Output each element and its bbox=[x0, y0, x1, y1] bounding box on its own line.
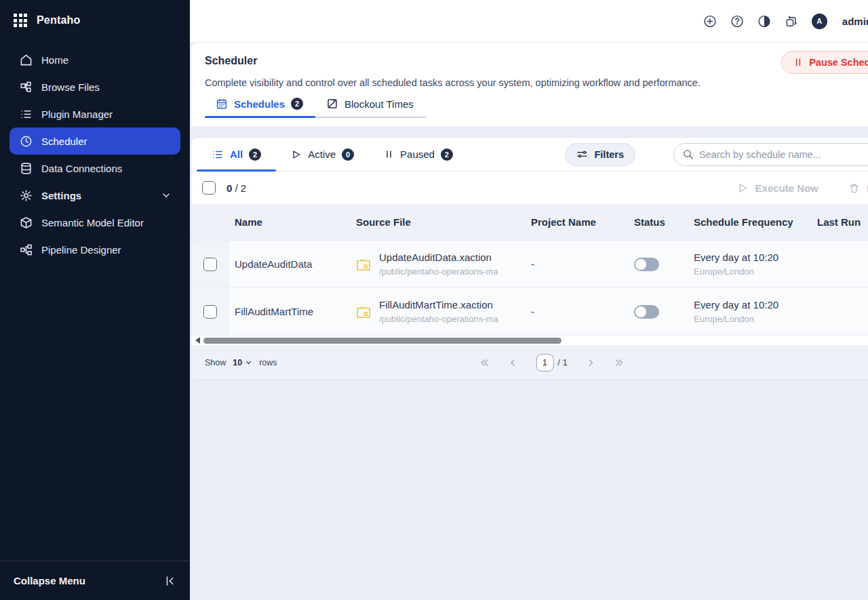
pagination-bar: Show 10 rows 1 / 1 bbox=[191, 345, 868, 380]
plugin-manager-icon bbox=[19, 107, 33, 121]
app-logo-text: Pentaho bbox=[37, 14, 81, 26]
sidebar-item-label: Plugin Manager bbox=[41, 108, 113, 120]
apps-grid-icon[interactable] bbox=[14, 14, 27, 27]
tab-blockout-times[interactable]: Blockout Times bbox=[315, 98, 426, 118]
selection-count: 0 / 2 bbox=[226, 182, 246, 194]
table-row: FillAuditMartTime FillAuditMartTime.xact… bbox=[191, 287, 868, 335]
sidebar-item-label: Semantic Model Editor bbox=[41, 217, 144, 228]
status-toggle[interactable] bbox=[634, 305, 659, 319]
play-icon bbox=[737, 182, 749, 194]
username: admin bbox=[842, 16, 868, 27]
pause-icon bbox=[384, 149, 394, 159]
filters-button[interactable]: Filters bbox=[565, 143, 635, 166]
sidebar-item-scheduler[interactable]: Scheduler bbox=[9, 127, 180, 155]
table-row: UpdateAuditData UpdateAuditData.xaction … bbox=[191, 240, 868, 287]
sidebar-item-settings[interactable]: Settings bbox=[9, 182, 180, 209]
prev-page-button[interactable] bbox=[507, 357, 518, 368]
topbar: A admin bbox=[190, 0, 868, 42]
avatar[interactable]: A bbox=[812, 14, 827, 29]
cube-icon bbox=[19, 216, 33, 229]
schedule-timezone: Europe/London bbox=[694, 314, 778, 324]
perspective-switch-icon[interactable] bbox=[785, 14, 798, 28]
sliders-icon bbox=[576, 148, 588, 160]
source-file-name: UpdateAuditData.xaction bbox=[379, 252, 498, 263]
contrast-icon[interactable] bbox=[757, 14, 771, 28]
scroll-left-arrow[interactable] bbox=[195, 337, 200, 344]
table-header-row: Name Source File Project Name Status Sch… bbox=[191, 204, 868, 240]
status-toggle[interactable] bbox=[634, 258, 659, 271]
col-header-last-run: Last Run bbox=[817, 204, 868, 240]
row-checkbox[interactable] bbox=[203, 258, 217, 271]
col-header-frequency: Schedule Frequency bbox=[694, 204, 817, 240]
filter-tab-all[interactable]: All 2 bbox=[197, 138, 276, 171]
last-page-button[interactable] bbox=[614, 357, 625, 368]
total-pages: / 1 bbox=[557, 357, 567, 367]
pipeline-icon bbox=[19, 243, 33, 256]
sidebar-item-plugin-manager[interactable]: Plugin Manager bbox=[9, 100, 180, 127]
all-count-badge: 2 bbox=[249, 148, 261, 161]
sidebar-item-label: Settings bbox=[41, 190, 81, 201]
play-icon bbox=[291, 149, 302, 160]
collapse-menu[interactable]: Collapse Menu bbox=[0, 561, 190, 600]
search-input[interactable] bbox=[699, 149, 868, 160]
col-header-source: Source File bbox=[356, 204, 531, 240]
sidebar-item-pipeline-designer[interactable]: Pipeline Designer bbox=[9, 236, 180, 263]
execute-now-button[interactable]: Execute Now bbox=[737, 182, 818, 194]
sidebar-item-label: Home bbox=[41, 54, 68, 66]
gear-icon bbox=[19, 188, 33, 202]
trash-icon bbox=[848, 182, 860, 194]
row-checkbox[interactable] bbox=[203, 305, 217, 319]
home-icon bbox=[19, 53, 33, 66]
scheduler-header-card: Scheduler Complete visibility and contro… bbox=[191, 42, 868, 126]
schedule-frequency: Every day at 10:20 bbox=[694, 252, 778, 263]
paused-count-badge: 2 bbox=[441, 148, 453, 161]
app-root: Pentaho Home Browse Files Plugin Manager… bbox=[0, 0, 868, 600]
schedule-name: UpdateAuditData bbox=[229, 241, 356, 287]
search-icon bbox=[682, 148, 694, 160]
pause-scheduler-button[interactable]: Pause Scheduler bbox=[781, 51, 868, 74]
database-icon bbox=[19, 161, 33, 175]
rows-label: rows bbox=[259, 358, 277, 367]
calendar-icon bbox=[216, 98, 228, 110]
sidebar-item-browse-files[interactable]: Browse Files bbox=[9, 73, 180, 100]
next-page-button[interactable] bbox=[585, 357, 596, 368]
sidebar-item-data-connections[interactable]: Data Connections bbox=[9, 155, 180, 182]
collapse-icon bbox=[164, 575, 176, 587]
sidebar-item-home[interactable]: Home bbox=[9, 46, 180, 73]
col-header-name: Name bbox=[229, 204, 356, 240]
pause-icon bbox=[793, 58, 803, 67]
page-title: Scheduler bbox=[205, 55, 868, 67]
selection-bar: 0 / 2 Execute Now Delete bbox=[191, 172, 868, 204]
list-icon bbox=[212, 148, 224, 161]
plus-circle-icon[interactable] bbox=[703, 14, 717, 28]
search-box bbox=[673, 143, 868, 166]
sidebar-item-semantic-model-editor[interactable]: Semantic Model Editor bbox=[9, 209, 180, 236]
first-page-button[interactable] bbox=[479, 357, 490, 368]
xaction-file-icon bbox=[356, 305, 371, 319]
collapse-menu-label: Collapse Menu bbox=[14, 575, 85, 586]
filter-tab-active[interactable]: Active 0 bbox=[276, 138, 369, 171]
main-tabs: Schedules 2 Blockout Times bbox=[205, 98, 868, 118]
sidebar-item-label: Scheduler bbox=[41, 136, 87, 147]
logo-row: Pentaho bbox=[0, 0, 190, 37]
scrollbar-thumb[interactable] bbox=[203, 338, 561, 344]
select-all-checkbox[interactable] bbox=[202, 181, 216, 195]
project-name: - bbox=[531, 241, 634, 287]
schedules-count-badge: 2 bbox=[291, 98, 303, 110]
current-page-input[interactable]: 1 bbox=[536, 354, 553, 372]
source-file-name: FillAuditMartTime.xaction bbox=[379, 299, 498, 311]
page-size-select[interactable]: 10 bbox=[233, 358, 252, 367]
filter-tab-paused[interactable]: Paused 2 bbox=[369, 138, 468, 171]
schedules-table-card: All 2 Active 0 Paused 2 Filters bbox=[191, 137, 868, 380]
browse-files-icon bbox=[19, 80, 33, 94]
chevron-down-icon bbox=[161, 191, 171, 200]
source-file-path: /public/pentaho-operations-ma bbox=[379, 314, 498, 324]
sidebar-item-label: Pipeline Designer bbox=[41, 244, 121, 256]
help-circle-icon[interactable] bbox=[730, 14, 744, 28]
blockout-calendar-icon bbox=[326, 98, 338, 110]
schedule-name: FillAuditMartTime bbox=[229, 288, 356, 335]
tab-schedules[interactable]: Schedules 2 bbox=[205, 98, 315, 118]
scheduler-clock-icon bbox=[19, 134, 33, 148]
delete-button[interactable]: Delete bbox=[848, 182, 868, 194]
project-name: - bbox=[531, 288, 634, 335]
